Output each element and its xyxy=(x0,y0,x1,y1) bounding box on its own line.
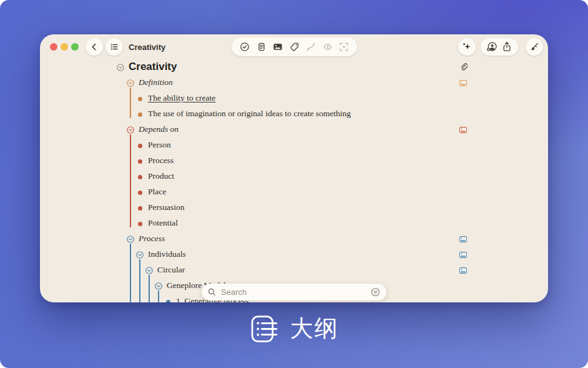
search-icon xyxy=(208,288,216,296)
bullet-icon xyxy=(166,300,170,302)
outline-row[interactable]: Persuasion xyxy=(40,201,548,216)
filter-icon[interactable] xyxy=(371,287,380,297)
row-text: Product xyxy=(148,171,174,181)
bullet-icon xyxy=(138,144,142,148)
outline-row[interactable]: Product xyxy=(40,169,548,184)
collapse-toggle-icon[interactable] xyxy=(117,64,124,71)
outline-row[interactable]: The use of imagination or original ideas… xyxy=(40,107,548,122)
collapse-toggle-icon[interactable] xyxy=(127,79,134,87)
row-text: Definition xyxy=(139,77,173,87)
row-text: The ability to create xyxy=(148,93,215,103)
collapse-toggle-icon[interactable] xyxy=(136,251,144,259)
row-text: Persuasion xyxy=(148,202,185,212)
bullet-icon xyxy=(138,97,142,101)
search-bar xyxy=(202,284,386,301)
collapse-toggle-icon[interactable] xyxy=(155,282,162,290)
image-attachment-icon[interactable] xyxy=(459,267,467,274)
image-attachment-icon[interactable] xyxy=(459,236,467,242)
row-text: Process xyxy=(148,156,174,166)
outline-row[interactable]: Process xyxy=(40,232,548,247)
row-text: Depends on xyxy=(139,124,179,134)
outline-row[interactable]: Circular xyxy=(40,263,548,278)
row-text: Potential xyxy=(148,218,178,228)
collapse-toggle-icon[interactable] xyxy=(145,267,153,274)
outline-row[interactable]: The ability to create xyxy=(40,91,548,106)
outline-row[interactable]: Definition xyxy=(40,76,548,91)
outline-row[interactable]: Person xyxy=(40,138,548,153)
image-attachment-icon[interactable] xyxy=(459,127,467,133)
collapse-toggle-icon[interactable] xyxy=(127,236,134,243)
row-text: Circular xyxy=(157,265,185,275)
outline-root-row[interactable]: Creativity xyxy=(40,59,548,76)
row-text: Person xyxy=(148,140,171,150)
bullet-icon xyxy=(138,159,142,164)
bullet-icon xyxy=(138,222,142,226)
search-input[interactable] xyxy=(220,287,371,297)
outline-row[interactable]: Potential xyxy=(40,216,548,231)
caption: 大纲 xyxy=(0,313,588,344)
paperclip-icon[interactable] xyxy=(459,63,468,71)
row-text: The use of imagination or original ideas… xyxy=(148,109,351,119)
outline-row[interactable]: Depends on xyxy=(40,122,548,137)
row-text: Process xyxy=(139,234,165,244)
bullet-icon xyxy=(138,112,142,117)
outline-row[interactable]: Process xyxy=(40,154,548,169)
outline-row[interactable]: Place xyxy=(40,185,548,200)
outline-badge-icon xyxy=(250,314,279,344)
outline-row[interactable]: Individuals xyxy=(40,247,548,262)
collapse-toggle-icon[interactable] xyxy=(127,126,134,134)
app-window: Creativity xyxy=(40,34,548,302)
bullet-icon xyxy=(138,175,142,179)
outline-view: Creativity Definition The ability to cre… xyxy=(40,34,548,302)
image-attachment-icon[interactable] xyxy=(459,80,467,86)
row-text: Place xyxy=(148,187,166,197)
bullet-icon xyxy=(138,191,142,195)
caption-text: 大纲 xyxy=(290,313,339,344)
bullet-icon xyxy=(138,206,142,211)
root-topic-title: Creativity xyxy=(129,61,177,73)
desktop-background: Creativity xyxy=(0,0,588,368)
row-text: Individuals xyxy=(148,249,186,259)
image-attachment-icon[interactable] xyxy=(459,252,467,258)
